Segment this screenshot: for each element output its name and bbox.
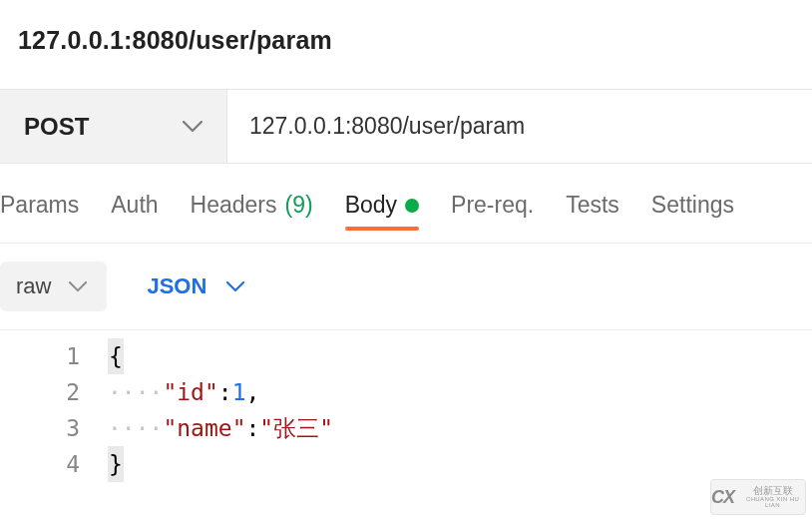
json-number: 1 [232,379,246,405]
code-line: } [108,446,812,482]
json-string: 张三 [273,415,319,441]
line-number: 2 [0,374,80,410]
watermark-logo-icon: CX [711,487,734,508]
watermark-sub: CHUANG XIN HU LIAN [740,496,805,508]
code-editor[interactable]: 1 2 3 4 { ····"id":1, ····"name":"张三" } [0,330,812,490]
url-input-wrapper [227,90,812,163]
tab-prereq[interactable]: Pre-req. [451,192,534,229]
colon: : [245,415,259,441]
json-key: "id" [163,379,217,405]
method-label: POST [24,113,89,141]
watermark-text: 创新互联 CHUANG XIN HU LIAN [740,486,805,508]
watermark: CX 创新互联 CHUANG XIN HU LIAN [710,479,806,515]
tab-body[interactable]: Body [345,192,419,229]
tab-params[interactable]: Params [0,192,79,229]
colon: : [218,379,232,405]
tab-headers[interactable]: Headers (9) [191,192,313,229]
quote: " [319,415,333,441]
tab-tests[interactable]: Tests [566,192,619,229]
tab-headers-label: Headers [191,192,277,219]
title-bar: 127.0.0.1:8080/user/param [0,0,812,89]
tab-headers-count: (9) [285,192,313,219]
indent-guide: ···· [108,379,163,405]
watermark-brand: 创新互联 [740,486,805,496]
chevron-down-icon [183,121,203,133]
request-row: POST [0,89,812,164]
tab-settings[interactable]: Settings [651,192,734,229]
tab-auth[interactable]: Auth [111,192,158,229]
body-mode-label: raw [16,273,51,299]
comma: , [246,379,260,405]
body-format-select[interactable]: JSON [147,273,244,299]
line-gutter: 1 2 3 4 [0,330,108,490]
chevron-down-icon [226,281,244,292]
code-line: { [108,338,812,374]
indent-guide: ···· [108,415,163,441]
tabs-bar: Params Auth Headers (9) Body Pre-req. Te… [0,164,812,244]
method-select[interactable]: POST [0,90,227,163]
line-number: 1 [0,338,80,374]
tab-body-label: Body [345,192,397,219]
line-number: 3 [0,410,80,446]
code-line: ····"name":"张三" [108,410,812,446]
body-mode-select[interactable]: raw [0,261,107,311]
chevron-down-icon [69,281,87,292]
body-options: raw JSON [0,244,812,330]
body-format-label: JSON [147,273,206,299]
code-line: ····"id":1, [108,374,812,410]
quote: " [259,415,273,441]
brace-open: { [108,338,124,374]
code-area[interactable]: { ····"id":1, ····"name":"张三" } [108,330,812,490]
brace-close: } [108,446,124,482]
page-title: 127.0.0.1:8080/user/param [18,26,794,55]
url-input[interactable] [249,113,790,140]
line-number: 4 [0,446,80,482]
json-key: "name" [163,415,245,441]
status-dot-icon [405,199,419,213]
